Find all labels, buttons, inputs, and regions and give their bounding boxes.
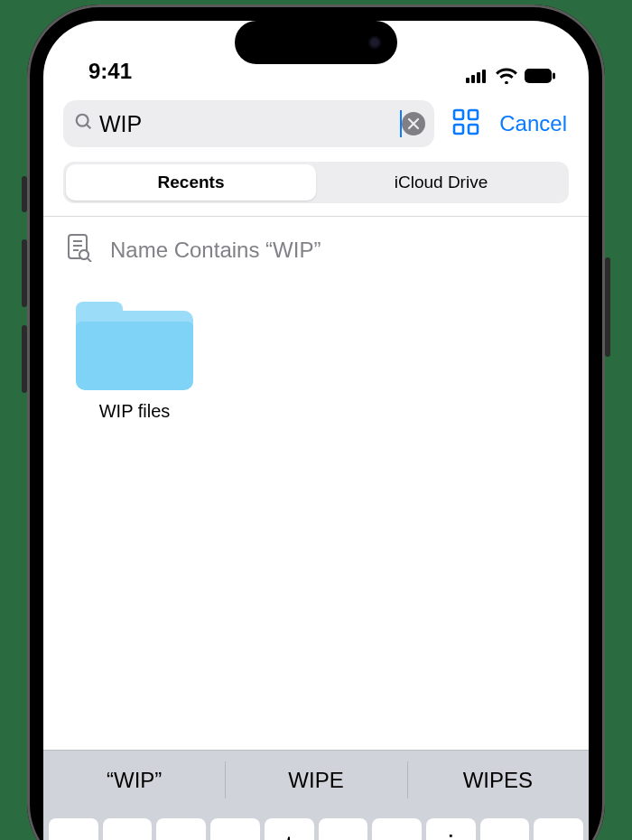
svg-rect-10 (454, 110, 463, 119)
result-folder[interactable]: WIP files (67, 302, 202, 422)
search-icon (74, 112, 94, 135)
result-label: WIP files (67, 401, 202, 422)
phone-frame: 9:41 (27, 5, 605, 840)
svg-rect-3 (482, 70, 486, 83)
segment-icloud-drive[interactable]: iCloud Drive (316, 164, 566, 201)
key-w[interactable]: w (103, 818, 153, 840)
search-input[interactable] (94, 111, 400, 137)
svg-rect-12 (454, 125, 463, 134)
cellular-icon (466, 69, 489, 83)
predictive-suggestion[interactable]: WIPES (407, 751, 589, 809)
predictive-suggestion[interactable]: “WIP” (43, 751, 225, 809)
key-r[interactable]: r (210, 818, 260, 840)
segment-recents[interactable]: Recents (66, 164, 316, 201)
svg-rect-11 (469, 110, 478, 119)
results-grid: WIP files (43, 284, 589, 440)
scope-segmented-control: Recents iCloud Drive (63, 162, 569, 203)
svg-rect-0 (466, 78, 469, 83)
search-field[interactable] (63, 100, 434, 147)
clear-search-button[interactable] (402, 112, 425, 135)
key-t[interactable]: t (265, 818, 314, 840)
key-o[interactable]: o (480, 818, 530, 840)
wifi-icon (496, 68, 517, 84)
document-search-icon (67, 233, 92, 267)
key-q[interactable]: q (49, 818, 98, 840)
search-suggestion-label: Name Contains “WIP” (110, 238, 321, 263)
svg-line-20 (88, 258, 91, 262)
keyboard-row: q w e r t y u i o p (43, 809, 589, 840)
key-p[interactable]: p (534, 818, 583, 840)
dynamic-island (235, 21, 397, 64)
key-i[interactable]: i (426, 818, 476, 840)
battery-icon (524, 68, 556, 84)
cancel-button[interactable]: Cancel (497, 109, 569, 138)
predictive-suggestion[interactable]: WIPE (225, 751, 406, 809)
search-suggestion-row[interactable]: Name Contains “WIP” (43, 217, 589, 284)
predictive-bar: “WIP” WIPE WIPES (43, 750, 589, 809)
status-time: 9:41 (88, 59, 132, 84)
svg-rect-1 (471, 75, 475, 83)
key-e[interactable]: e (156, 818, 206, 840)
key-y[interactable]: y (319, 818, 368, 840)
svg-point-6 (77, 115, 88, 126)
key-u[interactable]: u (372, 818, 422, 840)
svg-rect-5 (553, 73, 555, 79)
svg-line-7 (87, 125, 91, 129)
svg-rect-2 (477, 72, 480, 83)
svg-rect-13 (469, 125, 478, 134)
view-grid-button[interactable] (447, 103, 485, 145)
folder-icon (76, 302, 193, 392)
svg-rect-4 (525, 69, 552, 83)
